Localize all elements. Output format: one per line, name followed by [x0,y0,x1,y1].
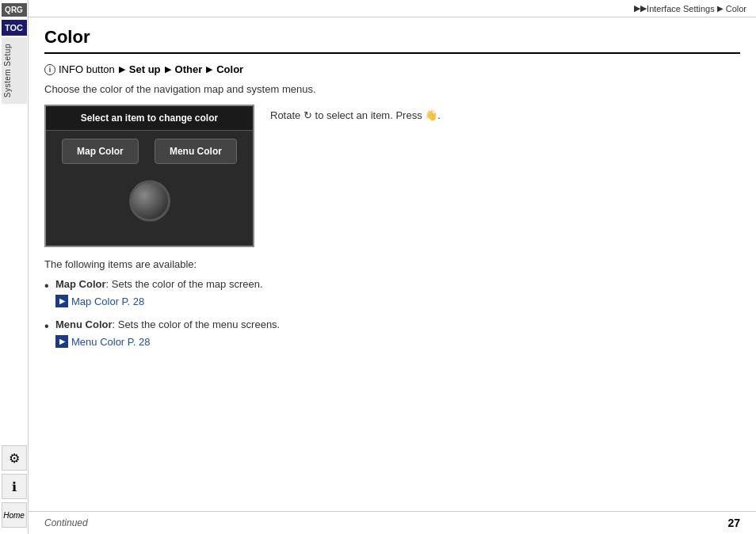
breadcrumb: ▶▶ Interface Settings ▶ Color [29,0,756,17]
arrow-icon-2: ▶ [165,64,171,74]
menu-color-desc: : Sets the color of the menu screens. [113,318,281,330]
footer-continued: Continued [44,517,88,528]
info-icon: ℹ [12,479,17,494]
map-color-label: Map Color [55,278,106,290]
arrow-icon-3: ▶ [206,64,212,74]
main-content: ▶▶ Interface Settings ▶ Color Color i IN… [29,0,756,534]
menu-color-link[interactable]: Menu Color P. 28 [71,334,151,350]
map-color-link[interactable]: Map Color P. 28 [71,294,144,310]
sidebar: QRG TOC System Setup ⚙ ℹ Home [0,0,29,534]
breadcrumb-part1: Interface Settings [647,4,715,13]
map-color-link-label: Map Color [71,296,119,307]
nav-menu-color-button[interactable]: Menu Color [155,139,237,164]
info-button-label: INFO button [59,63,115,75]
list-item-menu-color: Menu Color: Sets the color of the menu s… [44,317,740,349]
press-icon: 👋 [425,109,437,121]
breadcrumb-arrows: ▶▶ [634,3,647,13]
settings-icon: ⚙ [9,451,20,466]
page-content-area: Color i INFO button ▶ Set up ▶ Other ▶ C… [29,17,756,511]
sidebar-toc[interactable]: TOC [2,20,27,36]
menu-color-link-line: ▶ Menu Color P. 28 [55,334,740,350]
arrow-icon-1: ▶ [119,64,125,74]
bullet-list: Map Color: Sets the color of the map scr… [44,277,740,349]
breadcrumb-sep1: ▶ [717,4,724,13]
sidebar-system-setup: System Setup [2,37,27,104]
nav-screen-mockup: Select an item to change color Map Color… [44,105,254,247]
path-other: Other [175,63,203,75]
nav-knob [129,180,170,221]
map-color-desc: : Sets the color of the map screen. [106,278,263,290]
footer: Continued 27 [29,511,756,534]
info-icon-button[interactable]: ℹ [2,474,27,499]
menu-color-link-icon: ▶ [55,335,68,348]
description-text: Choose the color of the navigation map a… [44,83,740,95]
settings-icon-button[interactable]: ⚙ [2,445,27,471]
list-item-map-color: Map Color: Sets the color of the map scr… [44,277,740,309]
home-icon-button[interactable]: Home [2,502,27,528]
nav-screen-buttons: Map Color Menu Color [46,131,253,246]
menu-color-link-label: Menu Color [71,336,124,348]
sidebar-bottom-icons: ⚙ ℹ Home [2,445,27,534]
page-number: 27 [727,517,740,529]
menu-color-label: Menu Color [55,318,113,330]
rotate-icon: ↻ [304,108,312,124]
path-setup: Set up [129,63,161,75]
map-color-link-icon: ▶ [55,295,68,307]
side-note: Rotate ↻ to select an item. Press 👋. [270,105,441,124]
map-color-link-line: ▶ Map Color P. 28 [55,294,740,310]
list-item-menu-color-text: Menu Color: Sets the color of the menu s… [55,317,740,333]
sidebar-qrg[interactable]: QRG [2,3,27,17]
info-button-icon: i [44,64,55,75]
list-item-map-color-text: Map Color: Sets the color of the map scr… [55,277,740,292]
path-color: Color [216,63,243,75]
info-path-line: i INFO button ▶ Set up ▶ Other ▶ Color [44,63,740,75]
nav-map-color-button[interactable]: Map Color [62,139,139,164]
breadcrumb-part2: Color [726,4,746,13]
items-intro-text: The following items are available: [44,258,740,270]
home-icon: Home [3,511,25,520]
content-row: Select an item to change color Map Color… [44,105,740,247]
page-title: Color [44,27,740,54]
items-section: The following items are available: Map C… [44,258,740,349]
nav-screen-header: Select an item to change color [46,106,253,131]
